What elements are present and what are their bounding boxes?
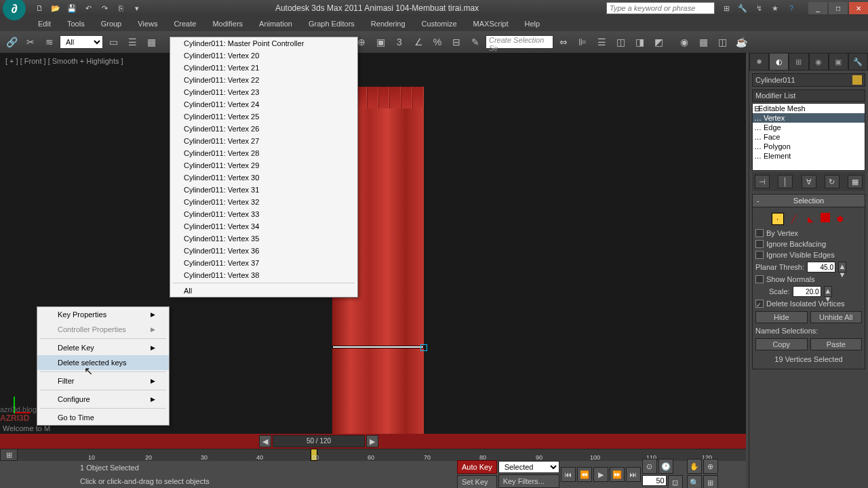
isolate-icon[interactable]: ⊡ [668,475,683,488]
percent-snap-icon[interactable]: % [429,33,446,51]
track-item[interactable]: Cylinder011: Vertex 35 [170,232,357,245]
modifier-list-combo[interactable]: Modifier List [752,89,865,102]
goto-start-icon[interactable]: ⏮ [561,467,576,482]
close-button[interactable]: ✕ [849,2,868,14]
track-item[interactable]: Cylinder011: Vertex 37 [170,257,357,269]
render-icon[interactable]: ☕ [732,33,750,51]
track-item[interactable]: Cylinder011: Master Point Controller [170,37,357,49]
modify-tab-icon[interactable]: ◐ [769,53,789,70]
render-setup-icon[interactable]: ◉ [675,33,693,51]
show-normals-checkbox[interactable] [755,275,764,283]
menu-create[interactable]: Create [165,20,204,28]
mirror-icon[interactable]: ⇔ [555,33,572,51]
track-item[interactable]: Cylinder011: Vertex 30 [170,171,357,184]
menu-maxscript[interactable]: MAXScript [465,20,517,28]
schematic-icon[interactable]: ◨ [631,33,648,51]
subobj-polygon-icon[interactable] [821,213,830,222]
track-item[interactable]: Cylinder011: Vertex 36 [170,245,357,257]
spinner-arrows[interactable]: ▲▼ [824,286,832,297]
track-item-all[interactable]: All [170,285,357,297]
menu-customize[interactable]: Customize [414,20,465,28]
arc-rotate-icon[interactable]: ⊕ [703,459,718,474]
ctx-goto-time[interactable]: Go to Time [37,410,169,425]
menu-edit[interactable]: Edit [30,20,59,28]
utilities-tab-icon[interactable]: 🔧 [848,53,868,70]
key-filters-button[interactable]: Key Filters... [498,474,559,488]
ctx-filter[interactable]: Filter▶ [37,373,169,388]
next-frame-icon[interactable]: ⏩ [610,467,625,482]
spinner-arrows[interactable]: ▲▼ [838,262,846,272]
stack-polygon[interactable]: Polygon [753,142,865,151]
render-prod-icon[interactable]: ◫ [713,33,731,51]
named-selection-combo[interactable]: Create Selection Se [486,35,553,49]
zoom-icon[interactable]: 🔍 [687,475,702,488]
track-item[interactable]: Cylinder011: Vertex 32 [170,196,357,208]
ignore-backfacing-checkbox[interactable] [755,240,764,248]
ctx-key-properties[interactable]: Key Properties▶ [37,307,169,322]
by-vertex-checkbox[interactable] [755,229,764,237]
prev-frame-icon[interactable]: ⏪ [577,467,592,482]
track-item[interactable]: Cylinder011: Vertex 27 [170,135,357,147]
auto-key-button[interactable]: Auto Key [457,460,497,474]
edit-named-sel-icon[interactable]: ✎ [467,33,484,51]
stack-edge[interactable]: Edge [753,123,865,132]
key-filters-combo[interactable]: Selected [498,461,559,473]
select-object-icon[interactable]: ▭ [104,33,122,51]
track-item[interactable]: Cylinder011: Vertex 22 [170,74,357,86]
paste-button[interactable]: Paste [810,338,863,350]
copy-button[interactable]: Copy [755,338,808,350]
menu-grapheditors[interactable]: Graph Editors [300,20,363,28]
help-icon[interactable]: ? [785,2,797,14]
new-icon[interactable]: 🗋 [34,3,45,14]
stack-vertex[interactable]: Vertex [753,113,865,123]
curve-editor-icon[interactable]: ◫ [612,33,629,51]
link-tool-icon[interactable]: 🔗 [3,33,20,51]
pin-stack-icon[interactable]: ⊣ [755,175,770,188]
redo-icon[interactable]: ↷ [99,3,110,14]
current-frame-field[interactable] [642,475,667,486]
subobj-edge-icon[interactable]: ╱ [788,213,800,225]
search-input[interactable] [606,2,715,14]
make-unique-icon[interactable]: ∀ [802,175,816,188]
time-slider-track[interactable]: 50 / 120 [273,435,365,447]
qat-dropdown-icon[interactable]: ▾ [132,3,142,14]
exchange-icon[interactable]: ↯ [753,2,765,14]
stack-element[interactable]: Element [753,151,865,161]
minimize-button[interactable]: _ [808,2,827,14]
select-name-icon[interactable]: ☰ [123,33,141,51]
configure-sets-icon[interactable]: ▦ [848,175,863,188]
ignore-visible-checkbox[interactable] [755,251,764,259]
planar-thresh-spinner[interactable] [807,262,835,272]
unlink-tool-icon[interactable]: ✂ [22,33,39,51]
track-item[interactable]: Cylinder011: Vertex 29 [170,159,357,171]
next-key-icon[interactable]: ▶ [366,435,378,447]
stack-editable-mesh[interactable]: Editable Mesh [753,104,865,113]
prev-key-icon[interactable]: ◀ [259,435,271,447]
spinner-snap-icon[interactable]: ⊟ [448,33,465,51]
subobj-face-icon[interactable]: ◣ [804,213,816,225]
menu-animation[interactable]: Animation [251,20,300,28]
link-icon[interactable]: ⎘ [115,3,126,14]
create-tab-icon[interactable]: ✹ [749,53,769,70]
select-region-icon[interactable]: ▦ [142,33,160,51]
delete-isolated-checkbox[interactable] [755,300,764,308]
track-item[interactable]: Cylinder011: Vertex 31 [170,184,357,196]
track-item[interactable]: Cylinder011: Vertex 24 [170,98,357,110]
max-viewport-icon[interactable]: ⊞ [703,475,718,488]
object-color-swatch[interactable] [852,75,862,85]
subobj-vertex-icon[interactable]: · [772,213,784,225]
infocenter-icon[interactable]: ⊞ [720,2,732,14]
track-item[interactable]: Cylinder011: Vertex 34 [170,220,357,232]
unhide-all-button[interactable]: Unhide All [810,311,863,323]
menu-views[interactable]: Views [130,20,165,28]
show-result-icon[interactable]: │ [778,175,793,188]
menu-group[interactable]: Group [93,20,130,28]
track-item[interactable]: Cylinder011: Vertex 26 [170,123,357,135]
motion-tab-icon[interactable]: ◉ [809,53,829,70]
play-icon[interactable]: ▶ [593,467,608,482]
goto-end-icon[interactable]: ⏭ [626,467,641,482]
track-item[interactable]: Cylinder011: Vertex 20 [170,49,357,62]
track-item[interactable]: Cylinder011: Vertex 23 [170,86,357,98]
pan-icon[interactable]: ✋ [687,459,702,474]
menu-modifiers[interactable]: Modifiers [204,20,251,28]
